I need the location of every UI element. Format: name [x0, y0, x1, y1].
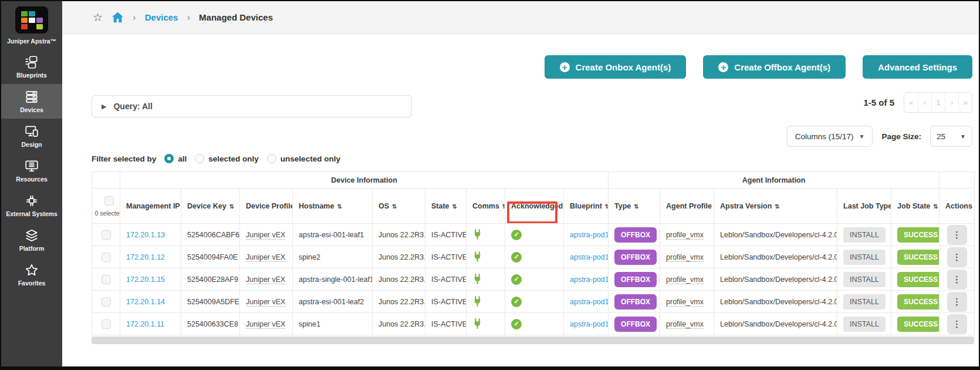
- col-header-agent-profile[interactable]: Agent Profile: [660, 189, 714, 224]
- col-header-state[interactable]: State: [425, 189, 467, 224]
- sidebar-item-label: Blueprints: [15, 72, 48, 79]
- management-ip-link[interactable]: 172.20.1.15: [126, 275, 165, 284]
- home-icon[interactable]: [111, 12, 124, 23]
- col-header-device-key[interactable]: Device Key: [181, 189, 240, 224]
- last-page-button[interactable]: »: [958, 93, 972, 112]
- device-profile-link[interactable]: Juniper vEX: [246, 320, 285, 329]
- button-label: Advanced Settings: [878, 62, 957, 72]
- sidebar-item-platform[interactable]: Platform: [1, 223, 62, 257]
- agent-profile-link[interactable]: profile_vmx: [666, 231, 704, 240]
- comms-up-plug-icon: [472, 251, 505, 263]
- create-onbox-agents-button[interactable]: + Create Onbox Agent(s): [545, 55, 687, 79]
- state-cell: IS-ACTIVE: [425, 291, 467, 313]
- col-header-os[interactable]: OS: [373, 189, 425, 224]
- agent-profile-link[interactable]: profile_vmx: [666, 253, 704, 262]
- sidebar-item-resources[interactable]: Resources: [1, 153, 62, 188]
- sidebar-item-favorites[interactable]: Favorites: [1, 257, 62, 292]
- group-header-device-information: Device Information: [120, 172, 609, 189]
- device-profile-link[interactable]: Juniper vEX: [246, 275, 285, 284]
- col-header-type[interactable]: Type: [609, 189, 660, 224]
- col-header-acknowledged[interactable]: Acknowledged?: [505, 189, 564, 224]
- device-key-cell: 5254009A5DFE: [181, 291, 240, 313]
- advanced-settings-button[interactable]: Advanced Settings: [863, 55, 972, 79]
- device-profile-link[interactable]: Juniper vEX: [246, 253, 285, 262]
- columns-dropdown[interactable]: Columns (15/17) ▼: [787, 126, 873, 147]
- row-actions-kebab-menu[interactable]: ⋮: [947, 270, 967, 290]
- pager-group: « ‹ 1 › »: [904, 92, 972, 113]
- job-state-badge: SUCCESS: [897, 272, 940, 287]
- filter-radio-unselected-only[interactable]: unselected only: [267, 154, 340, 163]
- agent-profile-link[interactable]: profile_vmx: [666, 320, 704, 329]
- col-header-apstra-version[interactable]: Apstra Version: [714, 189, 837, 224]
- row-actions-kebab-menu[interactable]: ⋮: [947, 247, 967, 267]
- row-checkbox[interactable]: [102, 275, 111, 284]
- blueprint-link[interactable]: apstra-pod1: [570, 275, 609, 284]
- last-job-type-badge: INSTALL: [843, 250, 886, 265]
- device-profile-link[interactable]: Juniper vEX: [246, 298, 285, 307]
- apstra-version-cell: Leblon/Sandbox/Developers/cl-4.2.0.1: [714, 291, 837, 313]
- page-number-button[interactable]: 1: [931, 93, 945, 112]
- col-header-management-ip[interactable]: Management IP: [120, 189, 181, 224]
- query-expander[interactable]: ▶ Query: All: [92, 95, 412, 117]
- hostname-cell: apstra-single-001-leaf1: [293, 268, 373, 291]
- management-ip-link[interactable]: 172.20.1.13: [126, 231, 165, 239]
- blueprint-link[interactable]: apstra-pod1: [570, 231, 609, 239]
- breadcrumb-devices-link[interactable]: Devices: [145, 12, 178, 22]
- page-size-value: 25: [937, 132, 945, 141]
- row-checkbox[interactable]: [102, 230, 111, 240]
- button-label: Create Offbox Agent(s): [734, 62, 830, 72]
- sidebar-item-external-systems[interactable]: External Systems: [1, 188, 62, 223]
- device-profile-link[interactable]: Juniper vEX: [246, 231, 285, 240]
- row-actions-kebab-menu[interactable]: ⋮: [947, 314, 967, 334]
- radio-unselected-icon: [195, 154, 204, 163]
- sort-icon: [775, 203, 779, 210]
- apstra-version-cell: Leblon/Sandbox/Developers/cl-4.2.0.1: [714, 246, 837, 268]
- brand: Juniper Apstra™: [1, 1, 62, 49]
- favorite-star-icon[interactable]: ☆: [93, 12, 103, 23]
- table-row: 172.20.1.15 525400E28AF9 Juniper vEX aps…: [92, 268, 975, 291]
- filter-radio-all[interactable]: all: [164, 154, 187, 163]
- sidebar-item-blueprints[interactable]: Blueprints: [1, 49, 62, 84]
- agent-profile-link[interactable]: profile_vmx: [666, 298, 704, 307]
- select-all-checkbox[interactable]: [104, 196, 114, 206]
- row-checkbox[interactable]: [102, 319, 111, 329]
- first-page-button[interactable]: «: [904, 93, 918, 112]
- management-ip-link[interactable]: 172.20.1.14: [126, 298, 165, 306]
- next-page-button[interactable]: ›: [945, 93, 958, 112]
- acknowledged-check-icon: ✓: [511, 230, 522, 240]
- filter-radio-selected-only[interactable]: selected only: [195, 154, 259, 163]
- blueprint-link[interactable]: apstra-pod1: [570, 253, 609, 261]
- create-offbox-agents-button[interactable]: + Create Offbox Agent(s): [703, 55, 846, 79]
- row-checkbox[interactable]: [102, 297, 111, 307]
- group-header-agent-information: Agent Information: [609, 172, 940, 189]
- col-header-comms[interactable]: Comms: [467, 189, 505, 224]
- job-state-badge: SUCCESS: [897, 227, 940, 243]
- row-checkbox[interactable]: [102, 253, 111, 262]
- page-size-select[interactable]: 25 ▼: [930, 126, 972, 147]
- sidebar-nav: Blueprints Devices Design Resources: [1, 49, 62, 292]
- os-cell: Junos 22.2R3.15: [373, 224, 425, 246]
- agent-profile-link[interactable]: profile_vmx: [666, 275, 704, 284]
- radio-selected-icon: [164, 154, 174, 163]
- blueprint-link[interactable]: apstra-pod1: [570, 298, 609, 306]
- comms-up-plug-icon: [472, 229, 505, 240]
- col-header-hostname[interactable]: Hostname: [293, 189, 373, 224]
- col-header-blueprint[interactable]: Blueprint: [564, 189, 609, 224]
- columns-label: Columns (15/17): [795, 132, 854, 141]
- horizontal-scrollbar[interactable]: [92, 337, 974, 344]
- hostname-cell: apstra-esi-001-leaf2: [293, 291, 373, 313]
- col-header-job-state[interactable]: Job State: [891, 189, 940, 224]
- row-actions-kebab-menu[interactable]: ⋮: [947, 292, 967, 312]
- management-ip-link[interactable]: 172.20.1.12: [126, 253, 165, 261]
- state-cell: IS-ACTIVE: [425, 246, 467, 268]
- juniper-apstra-logo-icon: [15, 6, 48, 33]
- management-ip-link[interactable]: 172.20.1.11: [126, 320, 164, 328]
- prev-page-button[interactable]: ‹: [918, 93, 931, 112]
- sidebar-item-design[interactable]: Design: [1, 119, 62, 153]
- row-actions-kebab-menu[interactable]: ⋮: [947, 225, 967, 245]
- col-header-last-job-type[interactable]: Last Job Type: [837, 189, 891, 224]
- breadcrumb-separator: ›: [133, 12, 136, 22]
- blueprint-link[interactable]: apstra-pod1: [570, 320, 609, 328]
- sidebar-item-devices[interactable]: Devices: [1, 84, 62, 119]
- col-header-device-profile[interactable]: Device Profile: [240, 189, 293, 224]
